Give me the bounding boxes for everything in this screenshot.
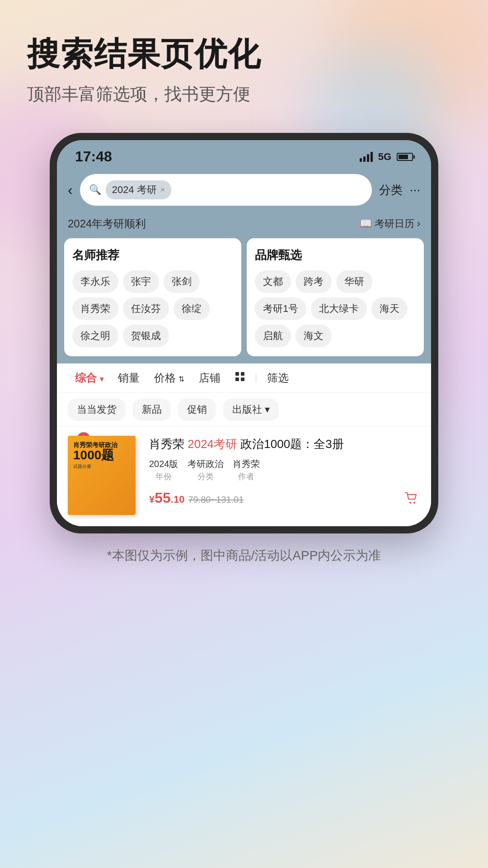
meta-author-value: 肖秀荣 — [233, 458, 260, 470]
sort-item-sales[interactable]: 销量 — [111, 371, 147, 385]
book-cover-number: 1000题 — [73, 449, 130, 462]
filter-tag[interactable]: 张剑 — [164, 270, 200, 293]
filter-box-left: 名师推荐 李永乐 张宇 张剑 肖秀荣 任汝芬 徐绽 徐之明 贺银成 — [64, 238, 241, 356]
publisher-label: 出版社 — [232, 403, 262, 416]
filter-tag[interactable]: 跨考 — [296, 270, 332, 293]
filter-tag[interactable]: 张宇 — [123, 270, 159, 293]
meta-author-label: 作者 — [238, 471, 254, 482]
status-icons: 5G — [360, 151, 413, 163]
search-tag[interactable]: 2024 考研 × — [106, 180, 172, 199]
quick-filters: 当当发货 新品 促销 出版社 ▾ — [57, 393, 431, 427]
filter-tags-left: 李永乐 张宇 张剑 肖秀荣 任汝芬 徐绽 徐之明 贺银成 — [72, 270, 233, 347]
filter-tag[interactable]: 文都 — [255, 270, 291, 293]
price-sort-icon: ⇅ — [178, 375, 184, 383]
meta-author: 肖秀荣 作者 — [233, 458, 260, 482]
product-title-highlight: 2024考研 — [188, 437, 237, 451]
signal-icon — [360, 152, 373, 162]
search-bar[interactable]: 🔍 2024 考研 × — [80, 174, 372, 206]
product-area: 当 肖秀荣考研政治 1000题 试题分册 — [57, 427, 431, 526]
page-headline: 搜索结果页优化 — [27, 36, 461, 72]
filter-box-right-title: 品牌甄选 — [255, 247, 416, 263]
status-time: 17:48 — [75, 148, 112, 165]
filter-tag[interactable]: 李永乐 — [72, 270, 118, 293]
filter-tag[interactable]: 徐之明 — [72, 325, 118, 347]
filter-tag[interactable]: 华研 — [336, 270, 372, 293]
meta-category-label: 分类 — [197, 471, 214, 482]
meta-year-label: 年份 — [155, 471, 172, 482]
filter-box-left-title: 名师推荐 — [72, 247, 233, 263]
product-info: 肖秀荣 2024考研 政治1000题：全3册 2024版 年份 考研政治 — [149, 436, 420, 507]
filter-box-right: 品牌甄选 文都 跨考 华研 考研1号 北大绿卡 海天 启航 海文 — [247, 238, 424, 356]
filter-tag[interactable]: 启航 — [255, 325, 291, 347]
add-to-cart-button[interactable] — [402, 489, 420, 507]
filter-tag[interactable]: 北大绿卡 — [311, 297, 367, 320]
filter-tag[interactable]: 贺银成 — [123, 325, 169, 347]
price-currency: ¥ — [149, 494, 155, 505]
banner-link[interactable]: 📖 考研日历 › — [360, 217, 420, 231]
classify-button[interactable]: 分类 — [379, 182, 403, 198]
product-price: ¥55.10 79.80~131.01 — [149, 490, 244, 506]
book-cover[interactable]: 肖秀荣考研政治 1000题 试题分册 — [68, 436, 136, 515]
quick-tag-delivery[interactable]: 当当发货 — [68, 398, 126, 421]
status-bar: 17:48 5G — [57, 140, 431, 169]
quick-tag-new[interactable]: 新品 — [133, 398, 171, 421]
svg-rect-3 — [241, 377, 244, 381]
phone-mockup: 17:48 5G ‹ 🔍 — [50, 133, 438, 533]
search-tag-close[interactable]: × — [160, 185, 165, 195]
svg-rect-1 — [241, 372, 244, 376]
filter-tags-right: 文都 跨考 华研 考研1号 北大绿卡 海天 启航 海文 — [255, 270, 416, 347]
svg-point-5 — [413, 502, 415, 504]
publisher-arrow-icon: ▾ — [265, 404, 270, 415]
sort-bar: 综合 ▾ 销量 价格 ⇅ 店铺 筛选 — [57, 363, 431, 393]
product-card: 当 肖秀荣考研政治 1000题 试题分册 — [68, 436, 420, 517]
more-button[interactable]: ··· — [410, 183, 420, 197]
back-button[interactable]: ‹ — [68, 182, 73, 198]
cart-icon — [404, 492, 418, 505]
svg-point-4 — [409, 502, 411, 504]
price-integer: 55 — [155, 490, 171, 506]
search-area: ‹ 🔍 2024 考研 × 分类 ··· — [57, 169, 431, 213]
product-title-suffix: 政治1000题：全3册 — [240, 437, 343, 451]
grid-icon — [235, 372, 245, 382]
banner-text: 2024年考研顺利 — [68, 217, 146, 231]
filter-area: 名师推荐 李永乐 张宇 张剑 肖秀荣 任汝芬 徐绽 徐之明 贺银成 品牌甄选 — [57, 238, 431, 363]
arrow-icon: ▾ — [100, 375, 103, 383]
search-icon: 🔍 — [89, 184, 101, 196]
sort-item-filter[interactable]: 筛选 — [260, 371, 296, 385]
book-cover-sub: 试题分册 — [73, 463, 130, 470]
price-original: 79.80~131.01 — [188, 495, 244, 505]
search-tag-text: 2024 考研 — [112, 183, 157, 197]
filter-tag[interactable]: 徐绽 — [174, 297, 210, 320]
banner-link-text: 考研日历 — [375, 217, 414, 231]
quick-tag-promo[interactable]: 促销 — [178, 398, 216, 421]
filter-tag[interactable]: 海文 — [296, 325, 332, 347]
network-label: 5G — [378, 151, 391, 163]
svg-rect-2 — [235, 377, 239, 381]
svg-rect-0 — [235, 372, 239, 376]
quick-tag-publisher[interactable]: 出版社 ▾ — [223, 398, 279, 421]
sort-item-grid[interactable] — [228, 372, 252, 384]
chevron-right-icon: › — [417, 218, 420, 230]
battery-icon — [397, 153, 413, 161]
product-meta: 2024版 年份 考研政治 分类 肖秀荣 作者 — [149, 458, 420, 482]
sort-item-comprehensive[interactable]: 综合 ▾ — [68, 371, 111, 385]
product-title[interactable]: 肖秀荣 2024考研 政治1000题：全3册 — [149, 436, 420, 452]
product-title-prefix: 肖秀荣 — [149, 437, 184, 451]
product-image-wrapper: 当 肖秀荣考研政治 1000题 试题分册 — [68, 436, 140, 517]
meta-year: 2024版 年份 — [149, 458, 178, 482]
page-subtitle: 顶部丰富筛选项，找书更方便 — [27, 83, 461, 106]
banner-area: 2024年考研顺利 📖 考研日历 › — [57, 213, 431, 238]
meta-category: 考研政治 分类 — [188, 458, 224, 482]
sort-item-shop[interactable]: 店铺 — [192, 371, 228, 385]
price-row: ¥55.10 79.80~131.01 — [149, 489, 420, 507]
meta-category-value: 考研政治 — [188, 458, 224, 470]
filter-tag[interactable]: 考研1号 — [255, 297, 306, 320]
meta-year-value: 2024版 — [149, 458, 178, 470]
filter-tag[interactable]: 任汝芬 — [123, 297, 169, 320]
filter-tag[interactable]: 肖秀荣 — [72, 297, 118, 320]
filter-tag[interactable]: 海天 — [371, 297, 408, 320]
footer-disclaimer: *本图仅为示例，图中商品/活动以APP内公示为准 — [107, 547, 381, 564]
sort-item-price[interactable]: 价格 ⇅ — [147, 371, 192, 385]
sort-divider — [256, 373, 256, 382]
book-icon: 📖 — [360, 218, 372, 230]
